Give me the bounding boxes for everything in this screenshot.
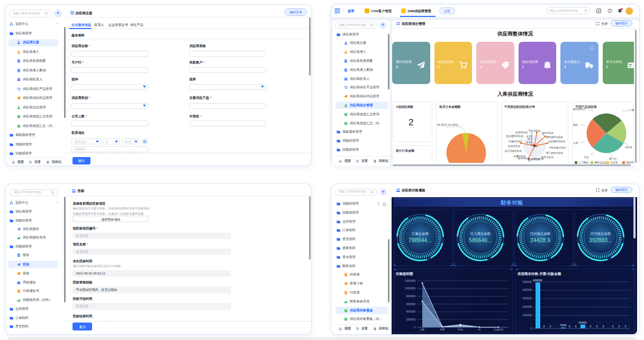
svg-text:mt: mt xyxy=(478,328,482,331)
svg-text:园林: 园林 xyxy=(573,124,578,127)
svg-text:8000000: 8000000 xyxy=(406,295,415,297)
svg-text:64.55万 (6.16%): 64.55万 (6.16%) xyxy=(437,123,458,126)
svg-text:10000000: 10000000 xyxy=(405,287,416,290)
svg-text:已入库总金额: 已入库总金额 xyxy=(470,232,491,235)
svg-text:12000000: 12000000 xyxy=(405,279,416,282)
svg-text:车辆供应商: 车辆供应商 xyxy=(509,140,521,143)
svg-text:0: 0 xyxy=(612,325,614,328)
svg-text:暖气包: 暖气包 xyxy=(609,157,616,161)
svg-text:0: 0 xyxy=(590,325,592,328)
svg-text:0: 0 xyxy=(569,325,570,328)
svg-text:1: 1 xyxy=(521,140,522,142)
svg-text:0: 0 xyxy=(550,325,551,328)
svg-text:塑料原料供应商: 塑料原料供应商 xyxy=(546,135,564,139)
svg-text:24428.9: 24428.9 xyxy=(530,237,550,243)
svg-text:人工颗粒: 人工颗粒 xyxy=(627,108,634,112)
svg-text:0: 0 xyxy=(625,325,627,328)
svg-text:已付款总金额: 已付款总金额 xyxy=(591,232,611,236)
svg-text:73500: 73500 xyxy=(560,324,567,327)
svg-text:电器供应商: 电器供应商 xyxy=(528,158,540,161)
svg-text:0: 0 xyxy=(619,325,620,328)
svg-text:丝绸: 丝绸 xyxy=(573,141,578,144)
svg-text:0: 0 xyxy=(575,325,577,328)
svg-text:6000000: 6000000 xyxy=(406,302,415,305)
svg-text:0: 0 xyxy=(543,325,545,328)
svg-text:解坞袋织坊: 解坞袋织坊 xyxy=(573,108,585,111)
svg-text:0: 0 xyxy=(414,326,415,328)
svg-text:户外设备供应商: 户外设备供应商 xyxy=(549,146,566,149)
svg-text:五金供应商: 五金供应商 xyxy=(529,130,541,132)
svg-text:3000000: 3000000 xyxy=(522,297,532,300)
svg-text:示例批号: 示例批号 xyxy=(494,328,504,332)
svg-text:Furly: Furly xyxy=(458,328,464,331)
svg-text:0: 0 xyxy=(530,327,532,329)
svg-text:0: 0 xyxy=(596,325,598,328)
svg-text:促销供应商: 促销供应商 xyxy=(515,131,528,134)
svg-text:788944...: 788944... xyxy=(409,237,432,243)
svg-text:混合塑料供应商: 混合塑料供应商 xyxy=(506,134,524,138)
svg-text:0: 0 xyxy=(531,143,532,146)
svg-text:唐琴: 唐琴 xyxy=(440,328,446,331)
svg-text:4000000: 4000000 xyxy=(406,310,415,313)
svg-text:0: 0 xyxy=(603,325,604,328)
svg-text:墨工材料供应商: 墨工材料供应商 xyxy=(546,151,564,155)
svg-text:2000000: 2000000 xyxy=(522,306,532,308)
svg-text:4000000: 4000000 xyxy=(522,289,532,291)
svg-text:电子设备供应商: 电子设备供应商 xyxy=(505,149,522,152)
svg-text:2000000: 2000000 xyxy=(406,318,415,320)
svg-text:1000000: 1000000 xyxy=(522,314,532,316)
svg-text:拉欧: 拉欧 xyxy=(420,328,425,331)
svg-text:已对账总金额: 已对账总金额 xyxy=(530,232,550,235)
svg-text:加湿器: 加湿器 xyxy=(625,145,632,149)
svg-text:化学原料供应商: 化学原料供应商 xyxy=(548,140,566,143)
svg-text:冶金供应商: 冶金供应商 xyxy=(541,132,554,134)
svg-text:制造供应商: 制造供应商 xyxy=(508,145,520,148)
svg-text:金属供应商: 金属供应商 xyxy=(513,155,525,158)
svg-text:4940000: 4940000 xyxy=(533,279,542,282)
svg-text:5000000: 5000000 xyxy=(522,280,532,283)
svg-text:手机: 手机 xyxy=(584,155,589,159)
svg-text:392883...: 392883... xyxy=(589,237,612,243)
svg-text:414400: 414400 xyxy=(578,321,587,324)
svg-text:订单总金额: 订单总金额 xyxy=(412,232,429,235)
svg-text:586646...: 586646... xyxy=(469,237,492,243)
